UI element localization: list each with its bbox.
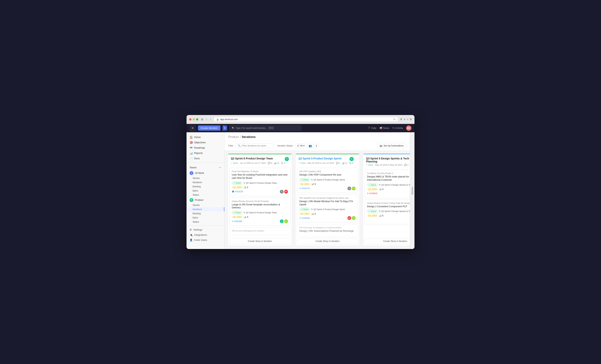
new-tab-icon[interactable]: + <box>407 118 408 121</box>
create-story-button-1[interactable]: Create Story in Iteration <box>297 238 358 244</box>
column-meta-0: ✓ Done Jun 13 2023 to Jun 27 2023 💬 6 📊 … <box>231 162 289 164</box>
info-icon[interactable]: ℹ <box>314 143 319 148</box>
tabs-icon[interactable]: ⧉ <box>410 118 412 121</box>
refresh-icon[interactable]: ↻ <box>393 118 396 121</box>
chat-icon: 💬 <box>336 162 339 164</box>
sidebar-item-objectives[interactable]: 🎯 Objectives <box>187 140 224 145</box>
stories-panel-label: Stories <box>411 187 414 194</box>
minimize-button[interactable] <box>193 118 195 121</box>
card-title: Lange & Ofir Email template reconciliati… <box>232 203 288 210</box>
sidebar-item-docs[interactable]: 📄 Docs <box>187 156 224 161</box>
address-bar[interactable]: 🔒 app.shortcut.com ↻ <box>214 117 398 122</box>
sidebar-sub-epics-allwork[interactable]: Epics <box>187 189 224 193</box>
col-date-1: May 30 2023 to Jun 12 2023 <box>308 162 334 164</box>
card-id[interactable]: ✳ #145643 <box>367 192 377 195</box>
card-epic: Ofir Account Management Updates <box>232 230 288 232</box>
setup-automations-button[interactable]: 🤖 Set Up Automations <box>377 143 406 148</box>
sidebar-sub-iterations-allwork[interactable]: Iterations <box>187 180 224 184</box>
automations-icon: 🤖 <box>380 144 382 147</box>
maximize-button[interactable] <box>196 118 198 121</box>
card-iteration-badge: ↻ Q2 Sprint 6 Product Design Team <box>243 182 277 184</box>
card-id[interactable]: ✳ #155206 <box>232 220 242 223</box>
sidebar-sub-backlog-allwork[interactable]: Backlog <box>187 184 224 189</box>
group-icon[interactable]: 👥 <box>308 143 313 148</box>
iteration-card-partial[interactable]: Ofir Recharge Investigation & Implementa… <box>297 224 358 237</box>
sidebar-item-settings[interactable]: ⚙ Settings <box>187 227 224 232</box>
iteration-card[interactable]: Ofir PDP Updates 2023 Design | Ofir PDP … <box>297 168 358 193</box>
card-id[interactable]: ✳ #146260 <box>299 217 310 219</box>
iteration-card[interactable]: Integra Beauty Dynamic Email Template La… <box>229 198 290 226</box>
user-avatar[interactable]: MY <box>406 125 411 131</box>
breadcrumb-parent[interactable]: Product <box>228 135 239 139</box>
sidebar-item-integrations[interactable]: 🔌 Integrations <box>187 232 224 237</box>
card-footer: ✳ #146260 MY SY <box>299 216 356 220</box>
column-header-1: Q2 Sprint 5 Product Design Sprint T ··· … <box>295 154 360 166</box>
card-badges: ✓ Done ↻ Q2 Sprint 5 Product Design Spri… <box>299 208 356 211</box>
cards-container-1: Ofir PDP Updates 2023 Design | Ofir PDP … <box>295 166 360 238</box>
create-iteration-button[interactable]: Create Iteration <box>198 125 220 131</box>
create-story-button-2[interactable]: Create Story in Iteration <box>364 238 410 244</box>
objectives-icon: 🎯 <box>190 141 193 144</box>
teams-menu-icon[interactable]: ··· <box>219 166 221 169</box>
sidebar-sub-stories-product[interactable]: Stories <box>187 203 224 207</box>
iteration-states-button[interactable]: ☑ All ▾ <box>295 143 306 148</box>
sidebar-item-reports[interactable]: 📊 Reports <box>187 151 224 156</box>
card-epic: Integra Beauty Product Listing Page Re-d… <box>367 202 410 204</box>
cards-container-2: Try Before You Buy Phase 2 Design| MBG &… <box>363 168 410 238</box>
column-meta-1: ✓ Done May 30 2023 to Jun 12 2023 💬 4 📊 … <box>298 162 357 164</box>
column-menu-1[interactable]: ··· <box>354 157 357 161</box>
sidebar-item-roadmap[interactable]: 🗺 Roadmap <box>187 145 224 151</box>
iteration-card[interactable]: Integra Beauty Product Listing Page Re-d… <box>364 200 410 224</box>
iteration-card[interactable]: Push Owl Migration To Braze User flow fo… <box>229 168 290 196</box>
sidebar: 🏠 Home 🎯 Objectives 🗺 Roadmap 📊 Reports <box>187 132 224 249</box>
create-iteration-dropdown[interactable]: ▾ <box>223 125 227 131</box>
back-button[interactable]: ‹ <box>206 117 208 121</box>
sidebar-teams-header: Teams ··· <box>187 164 224 170</box>
invite-users-label: Invite Users <box>194 239 207 241</box>
sidebar-item-invite-users[interactable]: 👤 Invite Users <box>187 237 224 242</box>
forward-button[interactable]: › <box>210 117 212 121</box>
sidebar-team-allwork[interactable]: ● All Work <box>187 170 224 176</box>
card-footer: ✳ #145643 G NM <box>367 192 410 195</box>
column-title-1[interactable]: Q2 Sprint 5 Product Design Sprint <box>298 157 348 160</box>
iteration-card-partial[interactable]: Ofir Account Management Updates <box>229 227 290 235</box>
news-link[interactable]: 📢 News <box>379 127 389 129</box>
chevron-down-icon: ▾ <box>303 144 304 147</box>
traffic-lights <box>189 118 198 121</box>
sidebar-team-product[interactable]: P Product <box>187 197 224 203</box>
download-icon[interactable]: ⬇ <box>400 118 402 121</box>
sidebar-item-label-reports: Reports <box>194 152 203 154</box>
card-labels: Q2_2023 📊 3 <box>232 216 288 218</box>
card-points: 📊 5 <box>311 183 316 185</box>
sidebar-sub-status-product[interactable]: Status <box>187 220 224 224</box>
column-avatars-1: T ··· <box>350 157 357 161</box>
sidebar-sub-stories-allwork[interactable]: Stories <box>187 176 224 180</box>
card-title: Design | Ofir Modal Window For Add To Ba… <box>299 200 356 206</box>
help-link[interactable]: ❓ Help <box>368 127 377 129</box>
card-epic: Ofir PDP Updates 2023 <box>299 170 356 172</box>
card-label-q2: Q2_2023 <box>232 186 242 189</box>
global-search[interactable]: 🔍 Type / for search and recents... ⌘ K <box>229 125 301 131</box>
sidebar-sub-iterations-product[interactable]: Iterations <box>187 207 224 211</box>
points-icon: 📊 <box>379 214 382 217</box>
col-stats-0: 💬 6 📊 16 📎 0 <box>268 162 285 164</box>
filter-input[interactable]: 🔍 Filter Iterations by name <box>236 143 274 148</box>
sidebar-sub-status-allwork[interactable]: Status <box>187 193 224 197</box>
product-avatar: P <box>190 198 193 202</box>
sidebar-sub-epics-product[interactable]: Epics <box>187 216 224 220</box>
card-id[interactable]: 🔷 #152220 <box>232 190 243 193</box>
activity-link[interactable]: ↻ Activity <box>392 127 403 129</box>
create-story-button-0[interactable]: Create Story in Iteration <box>229 238 290 244</box>
iteration-card[interactable]: Ofir Upsell/Cross Component triggered by… <box>297 194 358 223</box>
close-button[interactable] <box>189 118 191 121</box>
sidebar-toggle[interactable]: ⊞ <box>200 117 204 121</box>
card-label-q2: Q2_2023 <box>232 216 242 218</box>
sidebar-item-label-docs: Docs <box>194 157 200 160</box>
app-logo: IB <box>190 125 196 131</box>
stories-panel[interactable]: Stories <box>410 132 414 249</box>
card-id[interactable]: ✳ #142112 <box>299 187 310 190</box>
share-icon[interactable]: ⎆ <box>404 118 405 121</box>
iteration-card[interactable]: Try Before You Buy Phase 2 Design| MBG &… <box>364 170 410 198</box>
sidebar-item-home[interactable]: 🏠 Home <box>187 134 224 140</box>
sidebar-sub-backlog-product[interactable]: Backlog <box>187 211 224 216</box>
